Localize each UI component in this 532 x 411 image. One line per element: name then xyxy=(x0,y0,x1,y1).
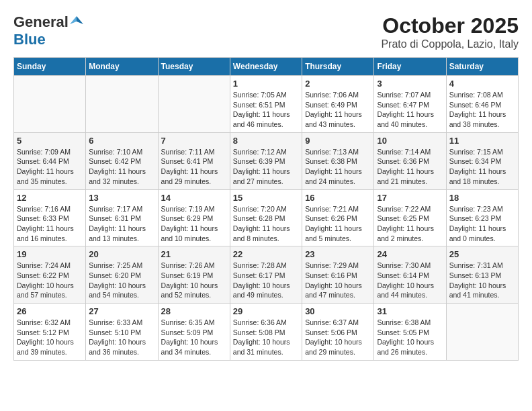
days-of-week-row: SundayMondayTuesdayWednesdayThursdayFrid… xyxy=(14,58,519,76)
calendar-cell: 10Sunrise: 7:14 AMSunset: 6:36 PMDayligh… xyxy=(374,132,446,189)
day-number: 23 xyxy=(305,249,371,259)
calendar-week-row: 5Sunrise: 7:09 AMSunset: 6:44 PMDaylight… xyxy=(14,132,519,189)
day-info: Sunrise: 7:09 AMSunset: 6:44 PMDaylight:… xyxy=(17,147,83,187)
day-number: 2 xyxy=(305,79,371,89)
calendar-cell: 19Sunrise: 7:24 AMSunset: 6:22 PMDayligh… xyxy=(14,246,86,304)
day-info: Sunrise: 7:31 AMSunset: 6:13 PMDaylight:… xyxy=(449,261,515,300)
calendar-cell xyxy=(158,76,230,133)
title-block: October 2025 Prato di Coppola, Lazio, It… xyxy=(381,13,519,50)
day-info: Sunrise: 6:36 AMSunset: 5:08 PMDaylight:… xyxy=(233,318,299,357)
calendar-cell: 6Sunrise: 7:10 AMSunset: 6:42 PMDaylight… xyxy=(86,132,158,189)
day-number: 5 xyxy=(17,136,83,146)
calendar-cell: 17Sunrise: 7:22 AMSunset: 6:25 PMDayligh… xyxy=(374,189,446,246)
day-info: Sunrise: 7:25 AMSunset: 6:20 PMDaylight:… xyxy=(89,261,154,300)
day-info: Sunrise: 6:38 AMSunset: 5:05 PMDaylight:… xyxy=(377,318,443,357)
calendar-cell: 12Sunrise: 7:16 AMSunset: 6:33 PMDayligh… xyxy=(14,189,86,246)
day-number: 10 xyxy=(377,136,443,146)
day-number: 24 xyxy=(377,249,443,259)
day-info: Sunrise: 7:15 AMSunset: 6:34 PMDaylight:… xyxy=(449,147,515,187)
day-info: Sunrise: 7:22 AMSunset: 6:25 PMDaylight:… xyxy=(377,204,443,244)
svg-marker-0 xyxy=(77,16,83,24)
calendar-cell xyxy=(14,76,86,133)
day-of-week-header: Saturday xyxy=(446,58,518,76)
day-info: Sunrise: 7:20 AMSunset: 6:28 PMDaylight:… xyxy=(233,204,299,244)
calendar-cell: 2Sunrise: 7:06 AMSunset: 6:49 PMDaylight… xyxy=(302,76,374,133)
day-number: 30 xyxy=(305,306,371,316)
day-info: Sunrise: 7:16 AMSunset: 6:33 PMDaylight:… xyxy=(17,204,83,244)
day-info: Sunrise: 7:14 AMSunset: 6:36 PMDaylight:… xyxy=(377,147,443,187)
day-number: 22 xyxy=(233,249,299,259)
calendar-header: SundayMondayTuesdayWednesdayThursdayFrid… xyxy=(14,58,519,76)
calendar-cell: 11Sunrise: 7:15 AMSunset: 6:34 PMDayligh… xyxy=(446,132,518,189)
calendar-cell: 31Sunrise: 6:38 AMSunset: 5:05 PMDayligh… xyxy=(374,304,446,361)
day-number: 17 xyxy=(377,193,443,203)
calendar-cell xyxy=(446,304,518,361)
svg-marker-1 xyxy=(70,16,77,24)
logo-bird-icon xyxy=(70,15,83,28)
day-number: 16 xyxy=(305,193,371,203)
calendar-cell: 20Sunrise: 7:25 AMSunset: 6:20 PMDayligh… xyxy=(86,246,158,304)
day-info: Sunrise: 7:26 AMSunset: 6:19 PMDaylight:… xyxy=(161,261,227,300)
day-info: Sunrise: 7:17 AMSunset: 6:31 PMDaylight:… xyxy=(89,204,154,244)
calendar-cell xyxy=(86,76,158,133)
calendar-week-row: 26Sunrise: 6:32 AMSunset: 5:12 PMDayligh… xyxy=(14,304,519,361)
day-number: 14 xyxy=(161,193,227,203)
day-info: Sunrise: 7:12 AMSunset: 6:39 PMDaylight:… xyxy=(233,147,299,187)
day-of-week-header: Monday xyxy=(86,58,158,76)
day-info: Sunrise: 7:30 AMSunset: 6:14 PMDaylight:… xyxy=(377,261,443,300)
calendar-week-row: 1Sunrise: 7:05 AMSunset: 6:51 PMDaylight… xyxy=(14,76,519,133)
day-number: 11 xyxy=(449,136,515,146)
page-header: General Blue October 2025 Prato di Coppo… xyxy=(13,13,519,50)
day-number: 12 xyxy=(17,193,83,203)
day-number: 4 xyxy=(449,79,515,89)
calendar-week-row: 12Sunrise: 7:16 AMSunset: 6:33 PMDayligh… xyxy=(14,189,519,246)
calendar-cell: 4Sunrise: 7:08 AMSunset: 6:46 PMDaylight… xyxy=(446,76,518,133)
day-of-week-header: Friday xyxy=(374,58,446,76)
day-number: 19 xyxy=(17,249,83,259)
logo-blue-text: Blue xyxy=(13,31,46,48)
calendar-cell: 7Sunrise: 7:11 AMSunset: 6:41 PMDaylight… xyxy=(158,132,230,189)
calendar-cell: 16Sunrise: 7:21 AMSunset: 6:26 PMDayligh… xyxy=(302,189,374,246)
calendar-cell: 27Sunrise: 6:33 AMSunset: 5:10 PMDayligh… xyxy=(86,304,158,361)
day-number: 25 xyxy=(449,249,515,259)
day-number: 18 xyxy=(449,193,515,203)
calendar-week-row: 19Sunrise: 7:24 AMSunset: 6:22 PMDayligh… xyxy=(14,246,519,304)
day-info: Sunrise: 7:10 AMSunset: 6:42 PMDaylight:… xyxy=(89,147,154,187)
day-number: 15 xyxy=(233,193,299,203)
day-number: 7 xyxy=(161,136,227,146)
calendar-cell: 29Sunrise: 6:36 AMSunset: 5:08 PMDayligh… xyxy=(230,304,302,361)
calendar-cell: 26Sunrise: 6:32 AMSunset: 5:12 PMDayligh… xyxy=(14,304,86,361)
day-number: 13 xyxy=(89,193,154,203)
calendar-table: SundayMondayTuesdayWednesdayThursdayFrid… xyxy=(13,57,519,361)
day-number: 9 xyxy=(305,136,371,146)
day-number: 1 xyxy=(233,79,299,89)
calendar-cell: 1Sunrise: 7:05 AMSunset: 6:51 PMDaylight… xyxy=(230,76,302,133)
day-info: Sunrise: 6:32 AMSunset: 5:12 PMDaylight:… xyxy=(17,318,83,357)
day-info: Sunrise: 7:07 AMSunset: 6:47 PMDaylight:… xyxy=(377,90,443,130)
day-number: 31 xyxy=(377,306,443,316)
logo: General Blue xyxy=(13,13,83,48)
day-of-week-header: Tuesday xyxy=(158,58,230,76)
day-number: 21 xyxy=(161,249,227,259)
day-info: Sunrise: 6:33 AMSunset: 5:10 PMDaylight:… xyxy=(89,318,154,357)
calendar-cell: 18Sunrise: 7:23 AMSunset: 6:23 PMDayligh… xyxy=(446,189,518,246)
calendar-cell: 5Sunrise: 7:09 AMSunset: 6:44 PMDaylight… xyxy=(14,132,86,189)
calendar-cell: 25Sunrise: 7:31 AMSunset: 6:13 PMDayligh… xyxy=(446,246,518,304)
day-info: Sunrise: 7:06 AMSunset: 6:49 PMDaylight:… xyxy=(305,90,371,130)
day-info: Sunrise: 6:37 AMSunset: 5:06 PMDaylight:… xyxy=(305,318,371,357)
day-number: 27 xyxy=(89,306,154,316)
calendar-cell: 15Sunrise: 7:20 AMSunset: 6:28 PMDayligh… xyxy=(230,189,302,246)
calendar-body: 1Sunrise: 7:05 AMSunset: 6:51 PMDaylight… xyxy=(14,76,519,361)
day-of-week-header: Thursday xyxy=(302,58,374,76)
day-info: Sunrise: 7:29 AMSunset: 6:16 PMDaylight:… xyxy=(305,261,371,300)
day-number: 28 xyxy=(161,306,227,316)
calendar-cell: 30Sunrise: 6:37 AMSunset: 5:06 PMDayligh… xyxy=(302,304,374,361)
calendar-cell: 22Sunrise: 7:28 AMSunset: 6:17 PMDayligh… xyxy=(230,246,302,304)
day-info: Sunrise: 7:11 AMSunset: 6:41 PMDaylight:… xyxy=(161,147,227,187)
day-number: 20 xyxy=(89,249,154,259)
day-of-week-header: Wednesday xyxy=(230,58,302,76)
day-info: Sunrise: 7:08 AMSunset: 6:46 PMDaylight:… xyxy=(449,90,515,130)
calendar-cell: 3Sunrise: 7:07 AMSunset: 6:47 PMDaylight… xyxy=(374,76,446,133)
day-number: 8 xyxy=(233,136,299,146)
calendar-cell: 8Sunrise: 7:12 AMSunset: 6:39 PMDaylight… xyxy=(230,132,302,189)
